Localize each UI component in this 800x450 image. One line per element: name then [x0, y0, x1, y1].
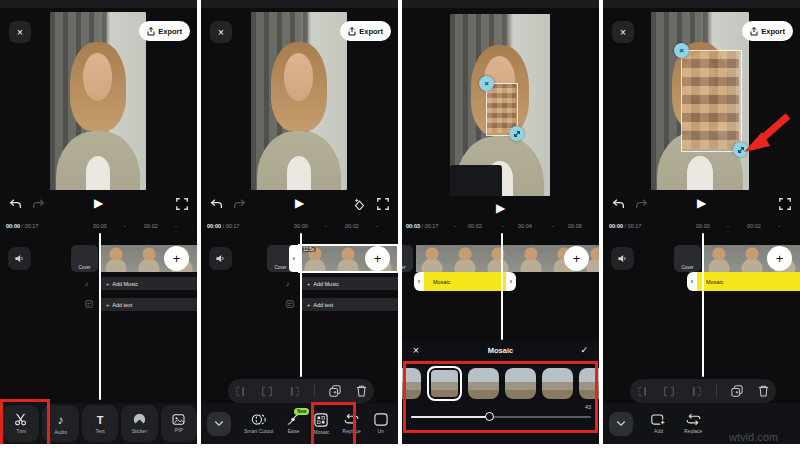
mosaic-style-option[interactable] — [468, 368, 499, 399]
delete-button[interactable] — [758, 385, 769, 397]
add-music-row[interactable]: +Add Music — [100, 277, 197, 290]
mute-track-button[interactable] — [8, 247, 31, 270]
clip-left-trim-handle[interactable]: ‹ — [289, 245, 299, 272]
mute-track-button[interactable] — [209, 247, 232, 270]
playhead[interactable] — [99, 233, 101, 400]
mosaic-style-option-selected[interactable] — [427, 366, 462, 401]
ruler-tick: 00:04 — [518, 223, 532, 229]
export-button[interactable]: Export — [139, 21, 190, 41]
duplicate-button[interactable] — [329, 385, 341, 397]
play-button[interactable]: ▶ — [697, 196, 706, 210]
add-music-row[interactable]: +Add Music — [301, 277, 398, 290]
add-clip-button[interactable]: + — [564, 246, 589, 271]
text-icon: T — [97, 414, 104, 426]
trim-left-icon[interactable] — [235, 386, 247, 397]
tool-clipped[interactable]: Un — [374, 413, 388, 434]
export-label: Export — [761, 27, 785, 36]
play-button[interactable]: ▶ — [295, 196, 304, 210]
playhead[interactable] — [501, 233, 503, 340]
tool-mosaic[interactable]: Mosaic — [313, 413, 329, 435]
mosaic-track-pill[interactable]: Mosaic — [697, 272, 800, 291]
tool-label: Smart Cutout — [244, 428, 273, 434]
add-music-label: Add Music — [112, 281, 138, 287]
undo-button[interactable] — [210, 198, 223, 209]
slider-knob[interactable] — [485, 412, 494, 421]
redo-button[interactable] — [233, 198, 246, 209]
tool-ease[interactable]: New Ease — [286, 413, 300, 434]
confirm-button[interactable]: ✓ — [580, 345, 588, 355]
tool-replace[interactable]: Replace — [684, 413, 702, 434]
mosaic-style-option[interactable] — [505, 368, 536, 399]
remove-mosaic-handle[interactable]: × — [479, 76, 494, 91]
mosaic-track-pill[interactable]: Mosaic — [424, 272, 506, 291]
export-button[interactable]: Export — [340, 21, 391, 41]
resize-mosaic-handle[interactable] — [509, 126, 524, 141]
tool-label: Text — [95, 428, 104, 434]
mosaic-right-trim-handle[interactable]: › — [506, 272, 516, 291]
tool-label: Replace — [684, 428, 702, 434]
replace-icon — [344, 413, 359, 426]
clip-edit-bar — [630, 379, 776, 403]
tool-add[interactable]: Add — [651, 413, 666, 434]
timeline-ruler: 00:00 / 00:17 00:00 - 00:02 - — [0, 223, 197, 233]
collapse-button[interactable] — [207, 412, 231, 436]
close-button[interactable]: × — [612, 21, 634, 43]
split-icon[interactable] — [261, 386, 273, 397]
mute-track-button[interactable] — [611, 247, 634, 270]
delete-button[interactable] — [356, 385, 367, 397]
add-text-row[interactable]: +Add text — [301, 298, 398, 311]
close-button[interactable]: × — [9, 21, 31, 43]
cover-label: Cover — [681, 265, 693, 272]
cover-thumbnail[interactable]: Cover — [402, 245, 413, 272]
tool-replace[interactable]: Replace — [342, 413, 360, 434]
add-clip-button[interactable]: + — [365, 246, 390, 271]
play-button[interactable]: ▶ — [496, 201, 505, 215]
tool-smart-cutout[interactable]: Smart Cutout — [244, 413, 273, 434]
collapse-button[interactable] — [609, 412, 633, 436]
playhead[interactable] — [300, 233, 302, 377]
trim-left-icon[interactable] — [637, 386, 649, 397]
split-icon[interactable] — [663, 386, 675, 397]
duplicate-button[interactable] — [731, 385, 743, 397]
mosaic-style-option[interactable] — [542, 368, 573, 399]
undo-button[interactable] — [612, 198, 625, 209]
mosaic-left-trim-handle[interactable]: ‹ — [687, 272, 697, 291]
tool-pip[interactable]: PIP — [161, 405, 197, 442]
redo-button[interactable] — [635, 198, 648, 209]
tool-audio[interactable]: ♪ Audio — [42, 405, 78, 442]
mosaic-style-option[interactable] — [402, 368, 421, 399]
remove-mosaic-handle[interactable]: × — [674, 43, 689, 58]
mosaic-left-trim-handle[interactable]: ‹ — [414, 272, 424, 291]
redo-button[interactable] — [32, 198, 45, 209]
export-button[interactable]: Export — [742, 21, 793, 41]
tool-sticker[interactable]: Sticker — [121, 405, 157, 442]
mosaic-style-option[interactable] — [579, 368, 599, 399]
editor-screen-4: × × Export ▶ 00:00 / 00:17 00:00 - 00:02… — [603, 0, 800, 444]
cover-label: Cover — [402, 265, 406, 272]
playhead[interactable] — [702, 233, 704, 377]
fullscreen-button[interactable] — [176, 198, 188, 210]
mosaic-track-label: Mosaic — [697, 279, 723, 285]
tool-trim[interactable]: Trim — [3, 405, 39, 442]
close-button[interactable]: × — [210, 21, 232, 43]
subject-face — [83, 53, 113, 101]
cover-thumbnail[interactable]: Cover — [674, 245, 701, 272]
trim-right-icon[interactable] — [690, 386, 702, 397]
fullscreen-button[interactable] — [377, 198, 389, 210]
undo-button[interactable] — [9, 198, 22, 209]
trim-right-icon[interactable] — [288, 386, 300, 397]
tool-text[interactable]: T Text — [82, 405, 118, 442]
ruler-tick: 00:02 — [345, 223, 359, 229]
mosaic-strength-slider[interactable] — [411, 416, 591, 418]
add-text-row[interactable]: +Add text — [100, 298, 197, 311]
close-icon: × — [679, 46, 684, 55]
ruler-tick: 00:02 — [747, 223, 761, 229]
play-button[interactable]: ▶ — [94, 196, 103, 210]
keyframe-button[interactable] — [353, 198, 366, 210]
fullscreen-button[interactable] — [779, 198, 791, 210]
cover-thumbnail[interactable]: Cover — [71, 245, 98, 272]
cover-label: Cover — [274, 265, 286, 272]
mosaic-selection-box[interactable] — [681, 50, 742, 152]
add-clip-button[interactable]: + — [164, 246, 189, 271]
add-clip-button[interactable]: + — [767, 246, 792, 271]
